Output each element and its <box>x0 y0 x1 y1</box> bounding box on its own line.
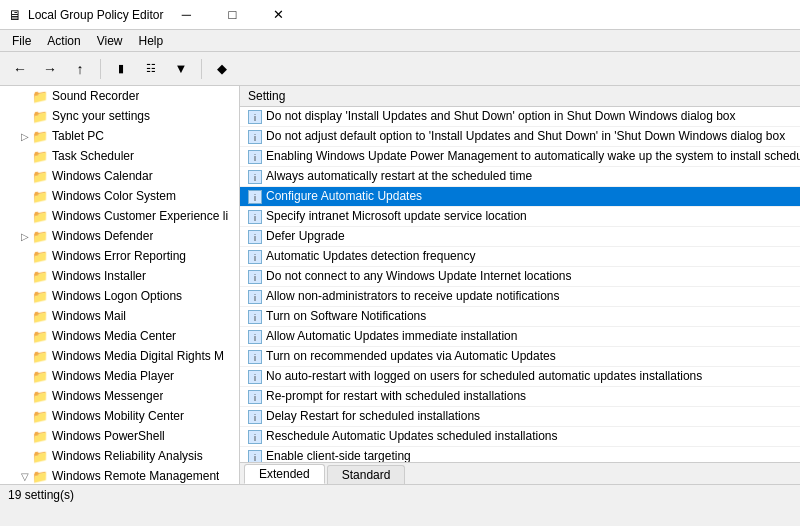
filter-button[interactable]: ▼ <box>167 56 195 82</box>
folder-icon-logon: 📁 <box>32 288 48 304</box>
table-row[interactable]: iAlways automatically restart at the sch… <box>240 167 800 187</box>
expander-mobility <box>18 409 32 423</box>
table-row[interactable]: iEnabling Windows Update Power Managemen… <box>240 147 800 167</box>
tree-item-drm[interactable]: 📁 Windows Media Digital Rights M <box>0 346 239 366</box>
setting-cell: iDelay Restart for scheduled installatio… <box>240 407 800 427</box>
toolbar-separator-2 <box>201 59 202 79</box>
setting-cell: iDefer Upgrade <box>240 227 800 247</box>
policy-icon: i <box>248 450 262 462</box>
menu-file[interactable]: File <box>4 32 39 50</box>
table-row[interactable]: iReschedule Automatic Updates scheduled … <box>240 427 800 447</box>
policy-icon: i <box>248 250 262 264</box>
label-task: Task Scheduler <box>52 149 134 163</box>
menu-bar: File Action View Help <box>0 30 800 52</box>
label-customer: Windows Customer Experience li <box>52 209 228 223</box>
label-installer: Windows Installer <box>52 269 146 283</box>
label-defender: Windows Defender <box>52 229 153 243</box>
close-button[interactable]: ✕ <box>255 0 301 30</box>
label-sync: Sync your settings <box>52 109 150 123</box>
table-row[interactable]: iDo not adjust default option to 'Instal… <box>240 127 800 147</box>
folder-icon-sync: 📁 <box>32 108 48 124</box>
menu-action[interactable]: Action <box>39 32 88 50</box>
setting-cell: iDo not connect to any Windows Update In… <box>240 267 800 287</box>
policy-icon: i <box>248 190 262 204</box>
tree-item-logon[interactable]: 📁 Windows Logon Options <box>0 286 239 306</box>
folder-icon-remote-mgmt: 📁 <box>32 468 48 484</box>
expander-reliability <box>18 449 32 463</box>
up-button[interactable]: ↑ <box>66 56 94 82</box>
table-row[interactable]: iDo not connect to any Windows Update In… <box>240 267 800 287</box>
setting-cell: iTurn on Software Notifications <box>240 307 800 327</box>
expander-tablet: ▷ <box>18 129 32 143</box>
expander-logon <box>18 289 32 303</box>
table-row[interactable]: iTurn on Software NotificationsNot confi… <box>240 307 800 327</box>
tree-item-installer[interactable]: 📁 Windows Installer <box>0 266 239 286</box>
policy-table: Setting State iDo not display 'Install U… <box>240 86 800 462</box>
tree-item-sync[interactable]: 📁 Sync your settings <box>0 106 239 126</box>
expander-media-player <box>18 369 32 383</box>
table-row[interactable]: iDefer UpgradeNot configu <box>240 227 800 247</box>
expander-customer <box>18 209 32 223</box>
view-button[interactable]: ☷ <box>137 56 165 82</box>
table-row[interactable]: iDo not display 'Install Updates and Shu… <box>240 107 800 127</box>
settings-table: Setting State iDo not display 'Install U… <box>240 86 800 462</box>
col-header-setting[interactable]: Setting <box>240 86 800 107</box>
menu-view[interactable]: View <box>89 32 131 50</box>
title-bar: 🖥 Local Group Policy Editor ─ □ ✕ <box>0 0 800 30</box>
back-button[interactable]: ← <box>6 56 34 82</box>
tree-item-task-scheduler[interactable]: 📁 Task Scheduler <box>0 146 239 166</box>
policy-icon: i <box>248 410 262 424</box>
expander-sync <box>18 109 32 123</box>
window-controls: ─ □ ✕ <box>163 0 301 30</box>
menu-help[interactable]: Help <box>131 32 172 50</box>
table-row[interactable]: iNo auto-restart with logged on users fo… <box>240 367 800 387</box>
table-row[interactable]: iSpecify intranet Microsoft update servi… <box>240 207 800 227</box>
table-row[interactable]: iDelay Restart for scheduled installatio… <box>240 407 800 427</box>
tabs-bar: Extended Standard <box>240 462 800 484</box>
label-calendar: Windows Calendar <box>52 169 153 183</box>
table-row[interactable]: iEnable client-side targetingNot configu <box>240 447 800 463</box>
tree-item-color[interactable]: 📁 Windows Color System <box>0 186 239 206</box>
setting-cell: iConfigure Automatic Updates <box>240 187 800 207</box>
show-hide-button[interactable]: ▮ <box>107 56 135 82</box>
app-icon: 🖥 <box>8 7 22 23</box>
tree-item-media-center[interactable]: 📁 Windows Media Center <box>0 326 239 346</box>
folder-icon-defender: 📁 <box>32 228 48 244</box>
label-reliability: Windows Reliability Analysis <box>52 449 203 463</box>
forward-button[interactable]: → <box>36 56 64 82</box>
table-row[interactable]: iConfigure Automatic UpdatesEnabled <box>240 187 800 207</box>
table-row[interactable]: iAllow non-administrators to receive upd… <box>240 287 800 307</box>
table-row[interactable]: iAllow Automatic Updates immediate insta… <box>240 327 800 347</box>
minimize-button[interactable]: ─ <box>163 0 209 30</box>
tree-item-sound-recorder[interactable]: 📁 Sound Recorder <box>0 86 239 106</box>
table-row[interactable]: iTurn on recommended updates via Automat… <box>240 347 800 367</box>
expander-drm <box>18 349 32 363</box>
tree-item-powershell[interactable]: 📁 Windows PowerShell <box>0 426 239 446</box>
folder-icon-calendar: 📁 <box>32 168 48 184</box>
setting-cell: iEnabling Windows Update Power Managemen… <box>240 147 800 167</box>
tree-item-customer-exp[interactable]: 📁 Windows Customer Experience li <box>0 206 239 226</box>
tree-item-tablet[interactable]: ▷ 📁 Tablet PC <box>0 126 239 146</box>
tree-item-defender[interactable]: ▷ 📁 Windows Defender <box>0 226 239 246</box>
maximize-button[interactable]: □ <box>209 0 255 30</box>
tab-extended[interactable]: Extended <box>244 464 325 484</box>
tree-item-error[interactable]: 📁 Windows Error Reporting <box>0 246 239 266</box>
tree-panel: 📁 Sound Recorder 📁 Sync your settings ▷ … <box>0 86 240 484</box>
title-text: Local Group Policy Editor <box>28 8 163 22</box>
tree-item-messenger[interactable]: 📁 Windows Messenger <box>0 386 239 406</box>
label-drm: Windows Media Digital Rights M <box>52 349 224 363</box>
tree-item-remote-mgmt[interactable]: ▽ 📁 Windows Remote Management <box>0 466 239 484</box>
tree-item-reliability[interactable]: 📁 Windows Reliability Analysis <box>0 446 239 466</box>
tree-item-mobility[interactable]: 📁 Windows Mobility Center <box>0 406 239 426</box>
tree-item-media-player[interactable]: 📁 Windows Media Player <box>0 366 239 386</box>
tab-standard[interactable]: Standard <box>327 465 406 484</box>
tree-item-calendar[interactable]: 📁 Windows Calendar <box>0 166 239 186</box>
table-row[interactable]: iRe-prompt for restart with scheduled in… <box>240 387 800 407</box>
extra-button[interactable]: ◆ <box>208 56 236 82</box>
folder-icon-drm: 📁 <box>32 348 48 364</box>
status-bar: 19 setting(s) <box>0 484 800 504</box>
expander-error <box>18 249 32 263</box>
label-tablet: Tablet PC <box>52 129 104 143</box>
table-row[interactable]: iAutomatic Updates detection frequencyNo… <box>240 247 800 267</box>
tree-item-mail[interactable]: 📁 Windows Mail <box>0 306 239 326</box>
